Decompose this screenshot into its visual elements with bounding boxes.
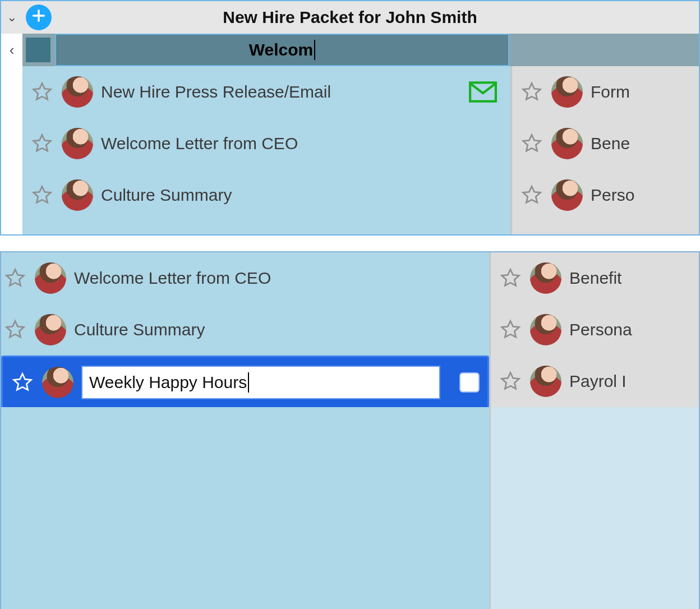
column-b-empty-area[interactable] xyxy=(491,407,699,609)
card-title: Payrol I xyxy=(569,372,691,391)
avatar xyxy=(62,128,93,159)
text-cursor xyxy=(314,40,315,60)
card-title: Culture Summary xyxy=(74,320,481,339)
card-title-input-text: Weekly Happy Hours xyxy=(89,373,247,392)
card-title: Perso xyxy=(591,186,691,205)
dropdown-toggle[interactable]: ⌄ xyxy=(1,10,22,25)
chevron-down-icon: ⌄ xyxy=(7,10,17,24)
column-a: New Hire Press Release/Email Welcome Let… xyxy=(22,66,510,234)
card[interactable]: Welcome Letter from CEO xyxy=(1,252,489,304)
card-title: Persona xyxy=(569,320,691,339)
toolbar: ⌄ New Hire Packet for John Smith xyxy=(1,1,699,34)
private-checkbox[interactable] xyxy=(459,372,480,393)
star-toggle[interactable] xyxy=(520,183,544,207)
back-button[interactable]: ‹ xyxy=(1,34,22,66)
card[interactable]: Bene xyxy=(512,118,699,169)
card[interactable]: Form xyxy=(512,66,699,118)
star-toggle[interactable] xyxy=(499,266,522,290)
star-toggle[interactable] xyxy=(3,266,27,290)
add-button[interactable] xyxy=(26,4,52,30)
star-toggle[interactable] xyxy=(499,318,522,342)
card[interactable]: Benefit xyxy=(491,252,699,304)
avatar xyxy=(35,314,66,345)
avatar xyxy=(530,314,561,345)
column-b: Form Bene Perso xyxy=(510,66,699,234)
card[interactable]: Culture Summary xyxy=(22,169,510,221)
chevron-left-icon: ‹ xyxy=(10,41,15,59)
mail-icon xyxy=(469,81,497,103)
avatar xyxy=(35,262,66,294)
avatar xyxy=(551,128,583,159)
star-toggle[interactable] xyxy=(520,80,544,104)
star-toggle[interactable] xyxy=(11,371,34,394)
card-title: Bene xyxy=(591,134,691,153)
column-b-header xyxy=(509,34,699,66)
avatar xyxy=(62,179,93,211)
column-b: Benefit Persona Payrol I xyxy=(489,252,699,609)
avatar xyxy=(530,366,561,397)
plus-icon xyxy=(31,8,47,27)
star-toggle[interactable] xyxy=(30,80,54,104)
column-a: Welcome Letter from CEO Culture Summary … xyxy=(1,252,489,609)
column-title-text: Welcom xyxy=(249,40,313,59)
text-cursor xyxy=(248,372,249,393)
panel-top: ⌄ New Hire Packet for John Smith ‹ Welco… xyxy=(0,0,700,236)
column-a-empty-area[interactable] xyxy=(1,407,489,609)
left-gutter xyxy=(1,66,22,234)
card[interactable]: Culture Summary xyxy=(1,304,489,356)
card-title-input[interactable]: Weekly Happy Hours xyxy=(81,366,440,399)
card[interactable]: Payrol I xyxy=(491,356,699,407)
avatar xyxy=(551,76,583,108)
card[interactable]: New Hire Press Release/Email xyxy=(22,66,510,118)
avatar xyxy=(530,262,561,294)
card-title: Welcome Letter from CEO xyxy=(101,134,503,153)
card-title: New Hire Press Release/Email xyxy=(101,82,461,101)
card-title: Welcome Letter from CEO xyxy=(74,269,481,288)
card-title: Culture Summary xyxy=(101,186,503,205)
avatar xyxy=(42,367,73,398)
column-header-row: ‹ Welcom xyxy=(1,34,699,66)
panel-bottom: Welcome Letter from CEO Culture Summary … xyxy=(0,251,700,609)
star-toggle[interactable] xyxy=(520,132,544,155)
card-title: Benefit xyxy=(569,269,691,288)
card-editing[interactable]: Weekly Happy Hours xyxy=(1,356,489,409)
star-toggle[interactable] xyxy=(3,318,27,342)
star-toggle[interactable] xyxy=(499,370,522,393)
column-color-swatch[interactable] xyxy=(26,38,50,62)
card[interactable]: Perso xyxy=(512,169,699,221)
card-title: Form xyxy=(591,82,691,101)
avatar xyxy=(551,179,583,211)
page-title: New Hire Packet for John Smith xyxy=(1,8,699,27)
card[interactable]: Welcome Letter from CEO xyxy=(22,118,510,169)
star-toggle[interactable] xyxy=(30,132,54,155)
card[interactable]: Persona xyxy=(491,304,699,356)
avatar xyxy=(62,76,93,108)
column-title-input[interactable]: Welcom xyxy=(55,34,509,66)
star-toggle[interactable] xyxy=(30,183,54,207)
board: New Hire Press Release/Email Welcome Let… xyxy=(1,66,699,234)
